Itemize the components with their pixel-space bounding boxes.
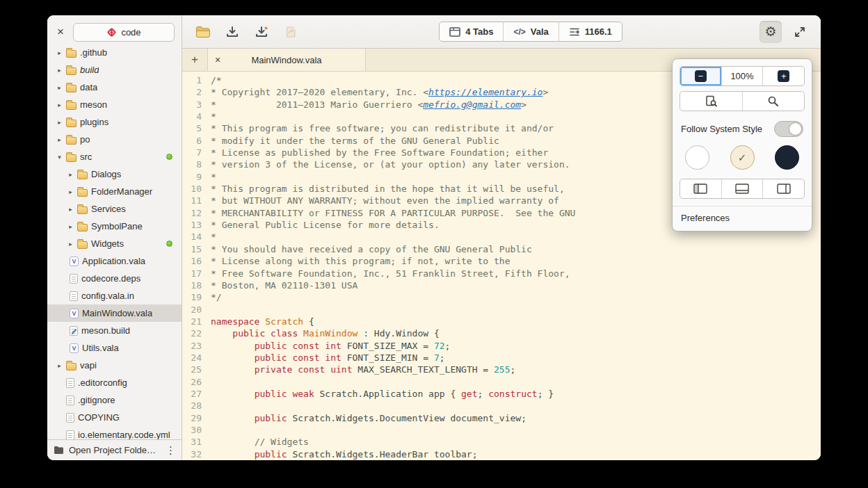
code-line[interactable]: * (211, 231, 821, 243)
tree-item-github[interactable]: ▸.github (47, 44, 182, 61)
tree-item-io-elementary-code-yml[interactable]: io.elementary.code.yml (47, 426, 182, 439)
tree-item-services[interactable]: ▸Services (47, 200, 182, 218)
light-style-option[interactable] (685, 145, 709, 170)
code-line[interactable]: */ (211, 291, 821, 303)
settings-menu-button[interactable]: ⚙ (760, 21, 782, 43)
open-file-button[interactable] (192, 21, 214, 43)
tree-item-label: build (80, 65, 99, 75)
code-line[interactable]: public const int FONT_SIZE_MIN = 7; (211, 352, 821, 364)
fullscreen-button[interactable] (789, 21, 811, 43)
code-line[interactable]: * License along with this program; if no… (211, 255, 821, 267)
tree-item-mainwindow-vala[interactable]: VMainWindow.vala (47, 304, 182, 322)
tree-item-application-vala[interactable]: VApplication.vala (47, 252, 182, 270)
fullscreen-icon (794, 26, 806, 38)
new-tab-button[interactable]: + (182, 49, 207, 71)
goto-line-button[interactable]: 1166.1 (559, 22, 622, 41)
tree-item-codecore-deps[interactable]: codecore.deps (47, 270, 182, 287)
tree-item-meson-build[interactable]: meson.build (47, 322, 182, 339)
tree-item-data[interactable]: ▸data (47, 79, 182, 96)
expander-icon[interactable]: ▸ (56, 49, 63, 56)
expander-icon[interactable]: ▸ (67, 171, 74, 178)
tree-item-label: config.vala.in (81, 291, 134, 301)
overflow-menu-icon[interactable]: ⋮ (163, 444, 177, 457)
language-button-label: Vala (531, 26, 549, 37)
expander-icon[interactable]: ▸ (56, 67, 63, 74)
zoom-in-button[interactable]: + (763, 67, 804, 86)
code-line[interactable]: * Boston, MA 02110-1301 USA (211, 279, 821, 291)
tree-item-label: COPYING (78, 412, 120, 423)
tree-item-src[interactable]: ▾src (47, 148, 182, 165)
tree-item-editorconfig[interactable]: .editorconfig (47, 374, 182, 391)
tree-item-foldermanager[interactable]: ▸FolderManager (47, 183, 182, 200)
dark-style-option[interactable] (775, 145, 799, 170)
tree-item-gitignore[interactable]: .gitignore (47, 391, 182, 409)
tree-item-widgets[interactable]: ▸Widgets (47, 235, 182, 252)
bottom-panel-layout-button[interactable] (722, 179, 764, 198)
sidebar-left-layout-button[interactable] (680, 179, 722, 198)
find-in-page-button[interactable] (680, 92, 743, 111)
code-line[interactable] (211, 400, 821, 412)
tree-item-po[interactable]: ▸po (47, 131, 182, 148)
code-line[interactable] (211, 424, 821, 436)
zoom-in-icon: + (778, 70, 789, 82)
folder-icon (66, 102, 77, 110)
code-line[interactable]: public const int FONT_SIZE_MAX = 72; (211, 340, 821, 352)
code-line[interactable]: public Scratch.Widgets.HeaderBar toolbar… (211, 448, 821, 460)
code-line[interactable] (211, 376, 821, 388)
code-line[interactable]: namespace Scratch { (211, 316, 821, 327)
expander-icon[interactable]: ▸ (56, 136, 63, 143)
expander-icon[interactable]: ▸ (56, 362, 63, 369)
tree-item-plugins[interactable]: ▸plugins (47, 113, 182, 131)
folder-icon (66, 120, 77, 127)
language-button[interactable]: </> Vala (504, 22, 558, 41)
expander-icon[interactable]: ▸ (56, 119, 63, 126)
zoom-level[interactable]: 100% (722, 67, 764, 86)
code-line[interactable]: // Widgets (211, 436, 821, 448)
window-close-button[interactable]: × (54, 25, 67, 39)
tree-item-vapi[interactable]: ▸vapi (47, 357, 182, 374)
tree-item-config-vala-in[interactable]: config.vala.in (47, 287, 182, 304)
tree-item-symbolpane[interactable]: ▸SymbolPane (47, 218, 182, 235)
code-line[interactable] (211, 304, 821, 316)
tabs-overview-button[interactable]: 4 Tabs (440, 22, 504, 41)
expander-icon[interactable]: ▸ (56, 84, 63, 91)
tree-item-label: Widgets (91, 238, 124, 249)
save-button[interactable] (221, 21, 243, 43)
tree-item-dialogs[interactable]: ▸Dialogs (47, 165, 182, 183)
expander-icon[interactable]: ▸ (67, 188, 74, 195)
global-search-button[interactable] (743, 92, 805, 111)
layout-bottom-pane-icon (735, 184, 749, 194)
expander-icon[interactable]: ▸ (56, 101, 63, 108)
open-project-folder-button[interactable]: Open Project Folder… ⋮ (47, 439, 182, 460)
solarized-style-option[interactable]: ✓ (730, 145, 755, 170)
code-line[interactable]: * Free Software Foundation, Inc., 51 Fra… (211, 268, 821, 279)
code-line[interactable]: public class MainWindow : Hdy.Window { (211, 327, 821, 339)
tree-item-build[interactable]: ▸build (47, 61, 182, 79)
expander-icon[interactable]: ▸ (67, 206, 74, 213)
project-chooser-button[interactable]: code (73, 23, 175, 42)
expander-icon[interactable]: ▸ (67, 223, 74, 230)
code-line[interactable]: public weak Scratch.Application app { ge… (211, 388, 821, 400)
tab-close-icon[interactable]: × (215, 49, 220, 71)
tab-mainwindow-vala[interactable]: × MainWindow.vala (207, 49, 366, 71)
preferences-menu-item[interactable]: Preferences (680, 206, 805, 224)
text-file-icon (70, 274, 78, 284)
expander-open-icon[interactable]: ▾ (56, 154, 63, 161)
code-line[interactable]: private const uint MAX_SEARCH_TEXT_LENGT… (211, 364, 821, 375)
line-number: 23 (182, 340, 202, 352)
follow-system-style-toggle[interactable] (774, 121, 803, 137)
folder-icon (66, 67, 77, 75)
tree-item-utils-vala[interactable]: VUtils.vala (47, 339, 182, 357)
code-line[interactable]: public Scratch.Widgets.DocumentView docu… (211, 412, 821, 424)
templates-button[interactable] (280, 21, 302, 43)
save-as-button[interactable] (250, 21, 273, 43)
zoom-out-button[interactable]: − (680, 67, 722, 86)
line-number: 20 (182, 304, 202, 316)
sidebar-right-layout-button[interactable] (763, 179, 804, 198)
line-number: 27 (182, 388, 202, 400)
tree-item-copying[interactable]: COPYING (47, 409, 182, 426)
tree-item-meson[interactable]: ▸meson (47, 96, 182, 113)
expander-icon[interactable]: ▸ (67, 241, 74, 247)
code-line[interactable]: * You should have received a copy of the… (211, 243, 821, 255)
text-file-icon (66, 378, 74, 388)
